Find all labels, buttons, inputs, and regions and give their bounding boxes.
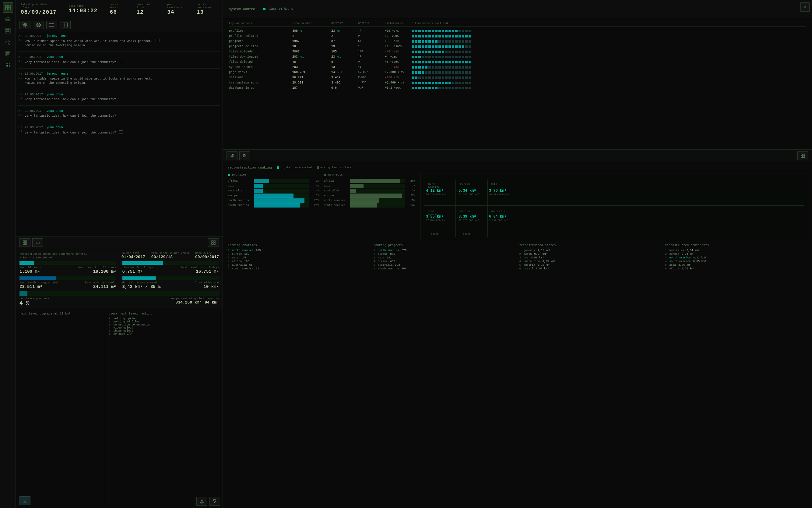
progress-bar-benchmark xyxy=(19,291,219,296)
ki-label: page views xyxy=(229,71,290,74)
ur-num: 6 xyxy=(109,333,112,336)
post-x[interactable]: ✗ 2 xyxy=(18,38,22,42)
svg-rect-22 xyxy=(5,55,7,56)
ranking-item: 1 germany 1,01 km² xyxy=(519,249,662,252)
top-right: system control last 24 hours xyxy=(223,0,812,18)
ranking-num: 6 xyxy=(519,267,522,270)
post-x[interactable]: ✗ 2 xyxy=(18,97,22,100)
svg-marker-37 xyxy=(37,24,40,27)
ki-d2: 1 xyxy=(358,45,382,48)
sidebar-icon-connect[interactable] xyxy=(3,37,13,47)
sidebar-icon-grid[interactable] xyxy=(3,2,13,13)
bc-pct: 15% xyxy=(407,199,415,202)
nav-grid-btn[interactable] xyxy=(19,238,31,247)
bottom-nav-btn[interactable] xyxy=(19,497,31,505)
nav-small-btn[interactable] xyxy=(32,238,43,247)
bottom-right-nav[interactable] xyxy=(209,497,220,506)
post-author[interactable]: yuna chun xyxy=(47,93,63,96)
toolbar-btn-4[interactable] xyxy=(60,21,70,29)
rp-nav-right[interactable] xyxy=(239,152,250,160)
date-label: date d/m/y xyxy=(195,252,219,255)
post-x[interactable]: ✗ 2 xyxy=(18,113,22,117)
projects-label: projects xyxy=(328,173,343,176)
ranking-profiles-title: ranking profiles xyxy=(228,244,370,247)
ki-label: projects deleted xyxy=(229,45,290,48)
ki-label: transaction euro xyxy=(229,81,290,84)
sidebar-icon-blocks[interactable] xyxy=(3,49,13,59)
post-check[interactable]: ✓ 8 xyxy=(18,93,22,96)
toolbar-btn-1[interactable] xyxy=(19,21,31,29)
close-button[interactable]: ✕ xyxy=(801,2,810,11)
top-left-stats: latest post date d/m/y 08/09/2017 post t… xyxy=(16,0,223,18)
post-x[interactable]: ✗ 2 xyxy=(18,59,22,63)
ranking-item: 4 africa 103 xyxy=(228,260,370,263)
ki-bars xyxy=(412,81,806,84)
last24-label: last 24 hours xyxy=(19,266,41,269)
post-check[interactable]: ✓ 8 xyxy=(18,126,22,129)
ki-label: system errors xyxy=(229,66,290,69)
ki-d2: 12.087 xyxy=(358,71,382,74)
post-content: 22.05.2017 yuna chun very fantastic idea… xyxy=(25,110,220,118)
download-links-label: download links xyxy=(136,3,155,9)
post-x[interactable]: ✗ 2 xyxy=(18,76,22,80)
bc-pct: 21% xyxy=(311,204,319,207)
post-author[interactable]: yuna chun xyxy=(47,55,63,59)
sidebar-icon-layers[interactable] xyxy=(3,14,13,25)
post-link-icon[interactable] xyxy=(119,60,123,63)
ki-row: page views 160.789 14.087 12.087 +2.000 … xyxy=(229,70,806,75)
post-time-value: 14:03:22 xyxy=(69,8,97,14)
post-link-icon[interactable] xyxy=(155,39,160,42)
post-check[interactable]: ✓ 8 xyxy=(18,72,22,76)
launch-label: launch date xyxy=(122,252,145,255)
ki-bars xyxy=(412,45,806,48)
rp-nav-grid[interactable] xyxy=(797,152,808,160)
post-meta: 22.05.2017 yuna chun xyxy=(25,55,220,59)
toolbar-btn-3[interactable] xyxy=(46,21,57,29)
ur-text: no auto b/w xyxy=(113,333,132,336)
ki-header-total: total number xyxy=(292,22,329,25)
bc-bar-wrap xyxy=(254,203,309,208)
ki-diff: +18 +1900% xyxy=(385,45,409,48)
svg-rect-53 xyxy=(211,243,213,244)
svg-rect-27 xyxy=(7,65,8,66)
nav-grid2-btn[interactable] xyxy=(208,238,219,247)
pro-reactions-stat: pro reactions 34 xyxy=(167,3,184,15)
post-check[interactable]: ✓ 8 xyxy=(18,55,22,59)
post-author[interactable]: yuna chun xyxy=(47,110,63,113)
ki-d2: 54 xyxy=(358,40,382,43)
post-check[interactable]: ✓ 8 xyxy=(18,34,22,38)
sidebar-icon-nodes[interactable] xyxy=(3,26,13,36)
ranking-name: north america xyxy=(378,249,399,252)
ki-bars xyxy=(412,55,806,58)
ranking-val: 145 xyxy=(241,256,246,259)
toolbar-btn-2[interactable] xyxy=(33,21,44,29)
post-author[interactable]: jeremy renner xyxy=(47,34,70,38)
ranking-val: 103 xyxy=(244,260,249,263)
bc-bar-wrap xyxy=(254,179,309,183)
ki-total: 45 xyxy=(292,60,329,64)
next-level-text: next level upgrade at 10 km² xyxy=(19,312,101,315)
ki-d1: 13 xyxy=(331,66,355,69)
ki-diff: -100 -4% xyxy=(385,76,409,79)
ranking-profiles-col: ranking profiles 1 north america 203 2 e… xyxy=(228,244,370,271)
ki-total: 308 +2 xyxy=(292,29,329,33)
post-text: very fantastic idea. how can i join the … xyxy=(25,60,220,65)
ki-total: 18 xyxy=(292,45,329,48)
post-author[interactable]: yuna chun xyxy=(47,126,63,129)
map-label-eu: europe xyxy=(460,182,470,185)
rp-nav-left[interactable] xyxy=(227,152,237,160)
legend-analog: analog land surface xyxy=(317,166,352,169)
post-x[interactable]: ✗ 2 xyxy=(18,130,22,133)
ranking-num: 4 xyxy=(519,260,522,263)
sidebar-icon-dots[interactable] xyxy=(3,60,13,71)
post-author[interactable]: jeremy renner xyxy=(47,72,70,76)
post-link-icon[interactable] xyxy=(119,130,123,133)
bottom-left-nav[interactable] xyxy=(196,497,207,506)
svg-rect-11 xyxy=(8,31,9,32)
bc-pct: 4% xyxy=(311,189,319,192)
map-label-na: northamerica xyxy=(428,182,440,188)
svg-marker-62 xyxy=(244,154,246,157)
post-content: 08.09.2017 jeremy renner wow. a hidden s… xyxy=(25,34,220,48)
post-check[interactable]: ✓ 8 xyxy=(18,110,22,113)
bc-pct: 14% xyxy=(407,204,415,207)
